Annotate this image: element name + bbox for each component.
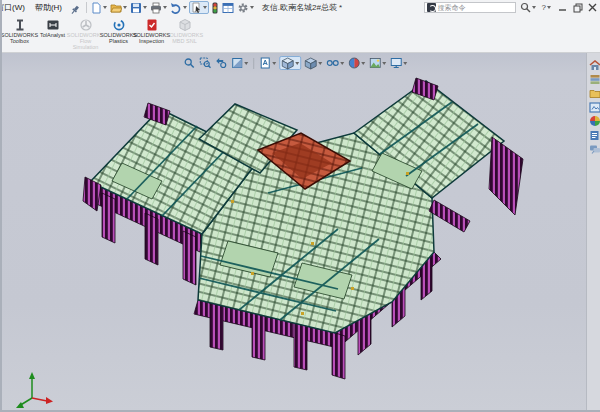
toolbox-icon (13, 18, 27, 32)
undo-icon[interactable] (169, 1, 188, 14)
solidworks-search-icon (427, 3, 436, 12)
model-3d-view[interactable] (2, 53, 600, 412)
close-button[interactable] (585, 1, 600, 14)
ribbon-flow-simulation[interactable]: SOLIDWORKS Flow Simulation (70, 17, 101, 51)
rebuild-traffic-light-icon[interactable] (210, 1, 220, 14)
menu-window[interactable]: 窗口(W) (2, 2, 30, 13)
minimize-button[interactable] (555, 1, 570, 14)
view-orientation-icon[interactable] (279, 56, 301, 70)
title-bar: 窗口(W) 帮助(H) (2, 0, 600, 15)
previous-view-icon[interactable] (214, 56, 228, 70)
design-library-icon[interactable] (588, 73, 600, 85)
heads-up-toolbar (182, 56, 408, 70)
dynamic-annotation-icon[interactable] (258, 56, 277, 70)
origin-triad (16, 372, 53, 408)
inspection-icon (145, 18, 159, 32)
tolanalyst-icon (46, 18, 60, 32)
task-pane-strip (586, 53, 600, 412)
apply-scene-icon[interactable] (368, 56, 387, 70)
view-palette-icon[interactable] (588, 101, 600, 113)
restore-button[interactable] (570, 1, 585, 14)
select-icon[interactable] (189, 1, 209, 14)
zoom-to-fit-icon[interactable] (182, 56, 196, 70)
options-table-icon[interactable] (221, 1, 235, 14)
solidworks-resources-icon[interactable] (588, 59, 600, 71)
divider (253, 58, 254, 69)
ribbon-solidworks-mbd-snl[interactable]: SOLIDWORKS MBD SNL (169, 17, 200, 51)
search-magnifier-icon[interactable] (518, 2, 538, 13)
graphics-viewport[interactable] (2, 53, 600, 412)
pin-icon[interactable] (69, 2, 81, 14)
divider (86, 2, 87, 13)
ribbon-solidworks-plastics[interactable]: SOLIDWORKS Plastics (103, 17, 134, 51)
edit-appearance-icon[interactable] (347, 56, 366, 70)
save-icon[interactable] (129, 1, 148, 14)
plastics-icon (112, 18, 126, 32)
hide-show-items-icon[interactable] (325, 56, 345, 70)
view-settings-icon[interactable] (389, 56, 408, 70)
settings-gear-icon[interactable] (236, 1, 255, 14)
menu-bar: 窗口(W) 帮助(H) (2, 0, 83, 15)
mbd-icon (178, 18, 192, 32)
solidworks-forum-icon[interactable] (588, 143, 600, 155)
ribbon-solidworks-inspection[interactable]: SOLIDWORKS Inspection (136, 17, 167, 51)
display-style-icon[interactable] (303, 56, 323, 70)
zoom-to-area-icon[interactable] (198, 56, 212, 70)
help-button[interactable]: ? (540, 3, 553, 12)
appearances-scenes-icon[interactable] (588, 115, 600, 127)
print-icon[interactable] (149, 1, 168, 14)
command-manager-ribbon: SOLIDWORKS Toolbox TolAnalyst SOLIDWORKS… (2, 15, 600, 53)
quick-access-toolbar (90, 1, 255, 14)
ribbon-tolanalyst[interactable]: TolAnalyst (37, 17, 68, 51)
new-file-icon[interactable] (90, 1, 108, 14)
custom-properties-icon[interactable] (588, 129, 600, 141)
file-explorer-icon[interactable] (588, 87, 600, 99)
search-box[interactable] (424, 2, 516, 13)
flow-simulation-icon (79, 18, 93, 32)
open-file-icon[interactable] (109, 1, 128, 14)
menu-help[interactable]: 帮助(H) (30, 2, 67, 13)
ribbon-solidworks-toolbox[interactable]: SOLIDWORKS Toolbox (4, 17, 35, 51)
section-view-icon[interactable] (230, 56, 249, 70)
search-input[interactable] (438, 4, 508, 11)
